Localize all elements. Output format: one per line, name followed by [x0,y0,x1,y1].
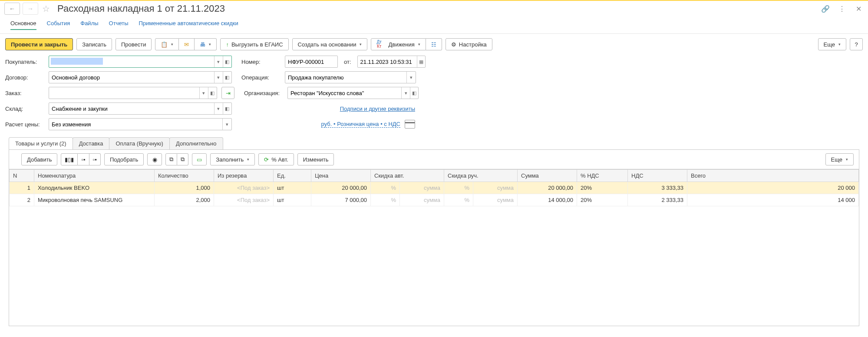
org-field[interactable]: ▾◧ [287,87,419,99]
dropdown-icon[interactable]: ▾ [406,72,416,83]
nav-tab-events[interactable]: События [47,20,70,30]
col-nomenclature[interactable]: Номенклатура [34,170,155,182]
buyer-input[interactable] [49,56,214,67]
cell-vat[interactable]: 2 333,33 [628,194,687,206]
col-sum[interactable]: Сумма [518,170,577,182]
cell-reserve[interactable]: <Под заказ> [214,182,274,194]
cell-disc-man-pct[interactable]: % [444,182,473,194]
cell-disc-auto-pct[interactable]: % [371,194,400,206]
dropdown-icon[interactable]: ▾ [401,87,409,99]
table-more-button[interactable]: Еще▾ [825,153,854,165]
dropdown-icon[interactable]: ▾ [214,103,223,114]
contract-field[interactable]: ▾◧ [49,71,232,83]
egais-button[interactable]: ↑Выгрузить в ЕГАИС [220,38,288,50]
warehouse-input[interactable] [49,103,214,114]
cell-qty[interactable]: 2,000 [155,194,214,206]
number-field[interactable] [285,56,338,68]
flag-red-button[interactable]: ▫▪ [89,153,101,165]
date-field[interactable]: ▦ [357,56,426,68]
change-button[interactable]: Изменить [297,153,334,165]
col-reserve[interactable]: Из резерва [214,170,274,182]
movements-aux-button[interactable]: ☷ [426,38,442,50]
cell-price[interactable]: 20 000,00 [311,182,371,194]
operation-field[interactable]: ▾ [285,71,416,83]
col-unit[interactable]: Ед. [274,170,311,182]
contract-input[interactable] [49,72,214,83]
open-icon[interactable]: ◧ [223,56,231,67]
buyer-field[interactable]: ▾ ◧ [49,56,232,68]
date-input[interactable] [358,56,417,67]
cell-disc-auto-pct[interactable]: % [371,182,400,194]
col-disc-auto[interactable]: Скидка авт. [371,170,444,182]
close-icon[interactable]: ✕ [853,3,864,14]
paste-rows-button[interactable]: ⧉ [177,153,188,165]
money-button[interactable]: ▭ [192,153,207,165]
favorite-icon[interactable]: ☆ [41,3,51,14]
save-button[interactable]: Записать [76,38,112,50]
order-pick-button[interactable]: ⇥ [221,87,234,99]
cell-sum[interactable]: 20 000,00 [518,182,577,194]
cell-n[interactable]: 2 [10,194,34,206]
col-vat[interactable]: НДС [628,170,687,182]
cell-sum[interactable]: 14 000,00 [518,194,577,206]
cell-disc-auto-sum[interactable]: сумма [400,182,444,194]
dropdown-icon[interactable]: ▾ [222,119,231,130]
col-n[interactable]: N [10,170,34,182]
warehouse-field[interactable]: ▾◧ [49,102,232,115]
cell-vat-pct[interactable]: 20% [577,182,628,194]
price-calc-field[interactable]: ▾ [49,118,232,130]
post-button[interactable]: Провести [116,38,152,50]
link-icon[interactable]: 🔗 [820,3,831,14]
cell-disc-auto-sum[interactable]: сумма [400,194,444,206]
cell-nomenclature[interactable]: Микроволновая печь SAMSUNG [34,194,155,206]
cell-price[interactable]: 7 000,00 [311,194,371,206]
open-icon[interactable]: ◧ [208,87,217,99]
pct-auto-button[interactable]: ⟳% Авт. [258,153,294,165]
col-vat-pct[interactable]: % НДС [577,170,628,182]
order-field[interactable]: ▾◧ [49,87,217,99]
cell-n[interactable]: 1 [10,182,34,194]
col-price[interactable]: Цена [311,170,371,182]
price-type-link[interactable]: руб. • Розничная цена • с НДС [321,121,400,128]
tab-payment[interactable]: Оплата (Вручную) [109,137,169,149]
cell-disc-man-sum[interactable]: сумма [473,194,518,206]
nav-tab-discounts[interactable]: Примененные автоматические скидки [139,20,238,30]
tab-goods[interactable]: Товары и услуги (2) [9,137,73,149]
signatures-link[interactable]: Подписи и другие реквизиты [340,106,415,112]
pick-button[interactable]: Подобрать [104,153,144,165]
fill-button[interactable]: Заполнить▾ [210,153,255,165]
cell-disc-man-pct[interactable]: % [444,194,473,206]
tab-delivery[interactable]: Доставка [73,137,110,149]
price-calc-input[interactable] [49,119,222,130]
flag-green-button[interactable]: ▫▪ [78,153,89,165]
nav-tab-files[interactable]: Файлы [80,20,98,30]
open-icon[interactable]: ◧ [223,103,231,114]
operation-input[interactable] [285,72,406,83]
nav-tab-reports[interactable]: Отчеты [109,20,129,30]
dropdown-icon[interactable]: ▾ [214,72,223,83]
card-icon[interactable] [405,120,415,129]
order-input[interactable] [49,87,199,99]
back-button[interactable]: ← [4,3,20,15]
forward-button[interactable]: → [23,3,38,15]
col-qty[interactable]: Количество [155,170,214,182]
open-icon[interactable]: ◧ [223,72,231,83]
cell-total[interactable]: 20 000 [687,182,859,194]
add-button[interactable]: Добавить [21,153,57,165]
movements-button[interactable]: ДтКт Движения▾ [371,38,426,50]
cell-vat-pct[interactable]: 20% [577,194,628,206]
cell-disc-man-sum[interactable]: сумма [473,182,518,194]
table-row[interactable]: 1Холодильник BEKO1,000<Под заказ>шт20 00… [10,182,859,194]
cell-unit[interactable]: шт [274,194,311,206]
calendar-icon[interactable]: ▦ [417,56,425,67]
copy-button[interactable]: ⧉ [165,153,177,165]
org-input[interactable] [288,87,401,99]
number-input[interactable] [285,56,337,67]
kebab-icon[interactable]: ⋮ [837,3,847,14]
post-and-close-button[interactable]: Провести и закрыть [5,38,73,50]
dropdown-icon[interactable]: ▾ [214,56,223,67]
barcode-button[interactable]: ▮▯▮ [61,153,78,165]
dropdown-icon[interactable]: ▾ [199,87,208,99]
col-total[interactable]: Всего [687,170,859,182]
paste-button[interactable]: 📋▾ [155,38,179,50]
